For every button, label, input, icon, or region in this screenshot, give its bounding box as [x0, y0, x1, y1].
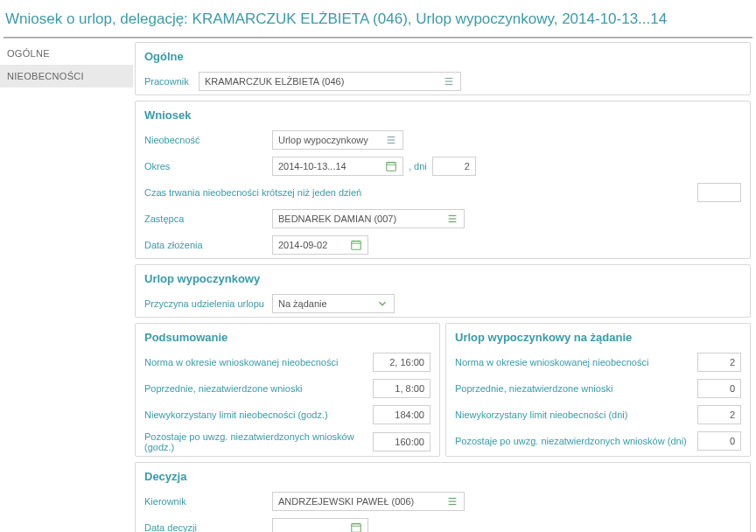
sum-value: 160:00: [373, 432, 430, 452]
chevron-down-icon: [376, 298, 388, 310]
calendar-icon[interactable]: [350, 239, 362, 251]
period-value: 2014-10-13...14: [278, 161, 385, 172]
submit-date-label: Data złożenia: [144, 240, 267, 250]
employee-field[interactable]: KRAMARCZUK ELŻBIETA (046): [199, 72, 461, 91]
sum-label: Niewykorzystany limit nieobecności (dni): [455, 410, 697, 420]
sum-value: 2, 16:00: [373, 353, 430, 372]
panel-decision: Decyzja Kierownik ANDRZEJEWSKI PAWEŁ (00…: [135, 462, 751, 532]
sum-label: Poprzednie, niezatwierdzone wnioski: [144, 383, 373, 394]
period-field[interactable]: 2014-10-13...14: [272, 157, 403, 176]
absence-label: Nieobecność: [144, 135, 267, 145]
panel-summary-right: Urlop wypoczynkowy na żądanie Norma w ok…: [445, 323, 751, 457]
sum-value: 0: [697, 379, 741, 398]
substitute-field[interactable]: BEDNAREK DAMIAN (007): [272, 209, 465, 228]
svg-rect-6: [387, 163, 396, 172]
substitute-label: Zastępca: [144, 214, 267, 224]
calendar-icon[interactable]: [385, 160, 397, 172]
decision-date-field[interactable]: [272, 518, 368, 532]
manager-field[interactable]: ANDRZEJEWSKI PAWEŁ (006): [272, 492, 465, 511]
period-label: Okres: [144, 161, 267, 172]
panel-heading: Wniosek: [136, 102, 750, 127]
sum-value: 2: [697, 405, 741, 424]
short-label: Czas trwania nieobecności krótszej niż j…: [144, 187, 398, 198]
list-icon[interactable]: [446, 495, 458, 508]
submit-date-value: 2014-09-02: [278, 240, 350, 250]
absence-field[interactable]: Urlop wypoczynkowy: [272, 130, 403, 150]
panel-request: Wniosek Nieobecność Urlop wypoczynkowy O…: [135, 101, 751, 259]
panel-heading: Decyzja: [136, 463, 750, 488]
list-icon[interactable]: [446, 213, 458, 225]
employee-label: Pracownik: [144, 76, 193, 87]
panel-heading: Ogólne: [136, 43, 750, 68]
panel-general: Ogólne Pracownik KRAMARCZUK ELŻBIETA (04…: [135, 42, 751, 95]
sidebar: OGÓLNE NIEOBECNOŚCI: [0, 40, 133, 532]
main: Ogólne Pracownik KRAMARCZUK ELŻBIETA (04…: [133, 40, 756, 532]
panel-heading: Urlop wypoczynkowy: [136, 265, 750, 290]
sum-label: Poprzednie, niezatwierdzone wnioski: [455, 383, 697, 394]
sidebar-item-absences[interactable]: NIEOBECNOŚCI: [0, 65, 133, 88]
manager-label: Kierownik: [144, 496, 267, 507]
sum-label: Niewykorzystany limit nieobecności (godz…: [144, 410, 373, 420]
absence-value: Urlop wypoczynkowy: [278, 135, 385, 145]
sum-label: Norma w okresie wnioskowanej nieobecnośc…: [455, 357, 697, 368]
reason-select[interactable]: Na żądanie: [272, 294, 395, 313]
panel-leave: Urlop wypoczynkowy Przyczyna udzielenia …: [135, 264, 751, 318]
sum-label: Norma w okresie wnioskowanej nieobecnośc…: [144, 357, 373, 368]
decision-date-label: Data decyzji: [144, 522, 267, 532]
days-label: , dni: [409, 161, 427, 172]
page-title: Wniosek o urlop, delegację: KRAMARCZUK E…: [0, 0, 756, 37]
panel-heading: Podsumowanie: [136, 324, 439, 349]
days-field[interactable]: 2: [432, 157, 476, 176]
calendar-icon[interactable]: [350, 522, 362, 532]
sum-label: Pozostaje po uwzg. niezatwierdzonych wni…: [144, 431, 373, 452]
sidebar-item-general[interactable]: OGÓLNE: [0, 42, 133, 65]
svg-rect-13: [352, 242, 361, 250]
list-icon[interactable]: [443, 75, 455, 88]
panel-heading: Urlop wypoczynkowy na żądanie: [446, 324, 750, 349]
svg-rect-20: [352, 524, 361, 532]
sum-value: 1, 8:00: [373, 379, 430, 398]
sum-value: 0: [697, 431, 741, 451]
panel-summary-left: Podsumowanie Norma w okresie wnioskowane…: [135, 323, 440, 457]
submit-date-field[interactable]: 2014-09-02: [272, 235, 368, 255]
divider: [4, 37, 752, 38]
short-field[interactable]: [697, 183, 741, 202]
sum-label: Pozostaje po uwzg. niezatwierdzonych wni…: [455, 436, 697, 446]
employee-value: KRAMARCZUK ELŻBIETA (046): [205, 76, 443, 87]
sum-value: 2: [697, 353, 741, 372]
manager-value: ANDRZEJEWSKI PAWEŁ (006): [278, 496, 446, 507]
sum-value: 184:00: [373, 405, 430, 424]
list-icon[interactable]: [385, 134, 397, 146]
reason-label: Przyczyna udzielenia urlopu: [144, 298, 267, 309]
reason-value: Na żądanie: [278, 298, 327, 309]
substitute-value: BEDNAREK DAMIAN (007): [278, 214, 446, 224]
